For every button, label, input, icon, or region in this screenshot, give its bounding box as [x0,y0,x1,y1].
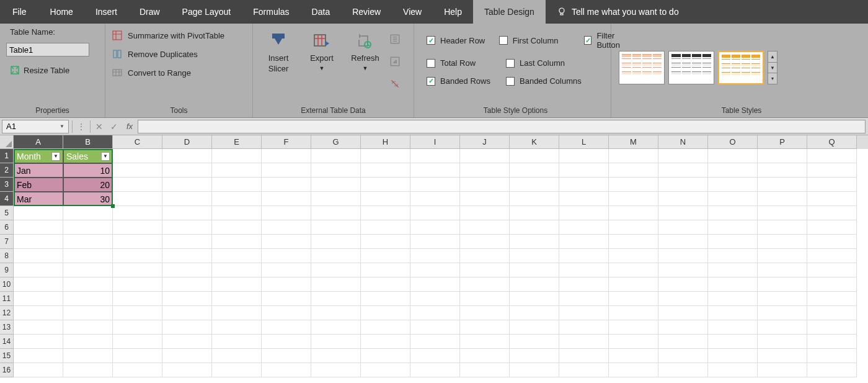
properties-icon[interactable] [389,34,401,45]
column-header-B[interactable]: B [63,135,113,149]
cell-N7[interactable] [658,235,708,249]
cell-I8[interactable] [410,249,460,263]
column-header-F[interactable]: F [262,135,311,149]
row-header-10[interactable]: 10 [0,277,14,292]
cell-F5[interactable] [262,206,311,220]
cell-A8[interactable] [14,249,63,263]
cell-L14[interactable] [559,335,609,349]
cell-N12[interactable] [658,306,708,320]
cell-P14[interactable] [758,335,807,349]
cell-L12[interactable] [559,306,609,320]
cell-N13[interactable] [658,320,708,335]
cell-M15[interactable] [609,349,658,363]
cell-L2[interactable] [559,163,609,178]
cell-K5[interactable] [510,206,559,220]
cell-F15[interactable] [262,349,311,363]
cell-Q3[interactable] [807,178,857,192]
cell-M5[interactable] [609,206,658,220]
cell-Q9[interactable] [807,263,857,277]
cell-D4[interactable] [162,192,212,206]
cell-Q13[interactable] [807,320,857,335]
cell-L3[interactable] [559,178,609,192]
cell-J8[interactable] [460,249,510,263]
cell-A14[interactable] [14,335,63,349]
cell-O7[interactable] [708,235,758,249]
cell-K16[interactable] [510,363,559,377]
cell-I1[interactable] [410,149,460,163]
cell-L11[interactable] [559,292,609,306]
cell-L6[interactable] [559,220,609,235]
cell-K8[interactable] [510,249,559,263]
cell-B3[interactable]: 20 [63,178,113,192]
cell-O2[interactable] [708,163,758,178]
formula-input[interactable] [138,120,866,133]
cell-M2[interactable] [609,163,658,178]
cell-E9[interactable] [212,263,262,277]
tab-help[interactable]: Help [433,0,473,24]
cell-F12[interactable] [262,306,311,320]
cell-M9[interactable] [609,263,658,277]
cell-D1[interactable] [162,149,212,163]
cell-P4[interactable] [758,192,807,206]
column-header-E[interactable]: E [212,135,262,149]
cell-A15[interactable] [14,349,63,363]
cell-M12[interactable] [609,306,658,320]
column-header-N[interactable]: N [658,135,708,149]
check-first-column[interactable]: First Column [499,31,584,50]
cell-A1[interactable]: Month▼ [14,149,63,163]
cell-D8[interactable] [162,249,212,263]
cell-P1[interactable] [758,149,807,163]
row-header-3[interactable]: 3 [0,178,14,192]
tab-formulas[interactable]: Formulas [242,0,300,24]
cell-C5[interactable] [113,206,162,220]
cell-M13[interactable] [609,320,658,335]
cell-J3[interactable] [460,178,510,192]
expand-namebox-button[interactable]: ⋮ [74,119,89,134]
cell-J5[interactable] [460,206,510,220]
cell-D3[interactable] [162,178,212,192]
cell-J9[interactable] [460,263,510,277]
cell-A16[interactable] [14,363,63,377]
cell-C8[interactable] [113,249,162,263]
cell-G10[interactable] [311,277,361,292]
cell-C15[interactable] [113,349,162,363]
cell-D12[interactable] [162,306,212,320]
column-header-O[interactable]: O [708,135,758,149]
export-button[interactable]: Export ▼ [303,30,341,104]
cell-O3[interactable] [708,178,758,192]
cell-J4[interactable] [460,192,510,206]
cell-E2[interactable] [212,163,262,178]
cell-E13[interactable] [212,320,262,335]
cell-K10[interactable] [510,277,559,292]
selection-handle[interactable] [111,204,115,208]
cell-O8[interactable] [708,249,758,263]
cell-N5[interactable] [658,206,708,220]
cell-L8[interactable] [559,249,609,263]
cell-K3[interactable] [510,178,559,192]
cell-A9[interactable] [14,263,63,277]
cell-D16[interactable] [162,363,212,377]
cell-L10[interactable] [559,277,609,292]
cell-J1[interactable] [460,149,510,163]
cell-N11[interactable] [658,292,708,306]
cell-D6[interactable] [162,220,212,235]
row-header-8[interactable]: 8 [0,249,14,263]
cell-D5[interactable] [162,206,212,220]
cell-D13[interactable] [162,320,212,335]
cell-C4[interactable] [113,192,162,206]
cell-B2[interactable]: 10 [63,163,113,178]
cell-I7[interactable] [410,235,460,249]
cell-O6[interactable] [708,220,758,235]
cell-C12[interactable] [113,306,162,320]
cell-I2[interactable] [410,163,460,178]
column-header-I[interactable]: I [410,135,460,149]
cell-B7[interactable] [63,235,113,249]
select-all-corner[interactable] [0,135,14,149]
accept-formula-button[interactable]: ✓ [107,119,122,134]
row-header-7[interactable]: 7 [0,235,14,249]
cell-H14[interactable] [361,335,410,349]
cell-H7[interactable] [361,235,410,249]
tab-draw[interactable]: Draw [128,0,171,24]
cell-E14[interactable] [212,335,262,349]
cell-Q1[interactable] [807,149,857,163]
